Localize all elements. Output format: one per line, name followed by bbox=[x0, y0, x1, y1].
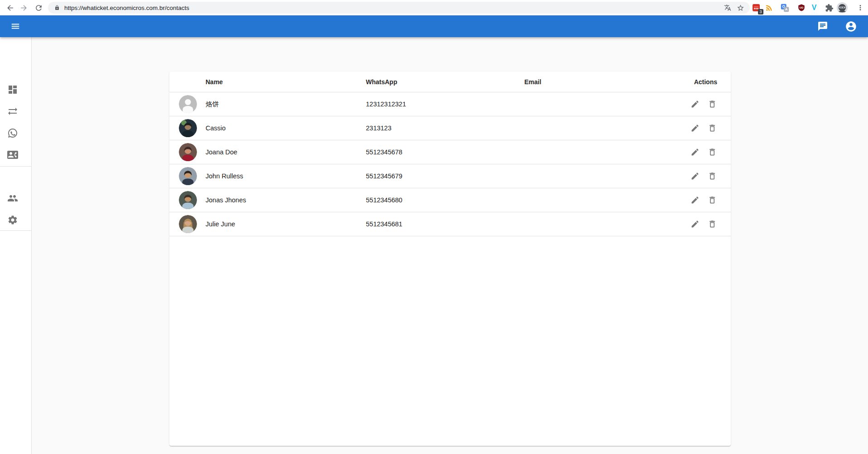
main-content: Contacts IMPORT CONTACTS ADD CONTACT Nam… bbox=[32, 37, 868, 454]
address-bar[interactable]: https://whaticket.economicros.com.br/con… bbox=[48, 2, 750, 14]
svg-text:UO: UO bbox=[800, 6, 804, 9]
sidebar-item-users[interactable] bbox=[7, 192, 19, 204]
translate-page-icon[interactable] bbox=[724, 4, 731, 11]
whatsapp-icon bbox=[7, 128, 18, 139]
contact-name: Joana Doe bbox=[206, 148, 366, 156]
table-row: John Rulless 5512345679 bbox=[169, 164, 731, 188]
forward-arrow-icon bbox=[19, 4, 28, 12]
url-text: https://whaticket.economicros.com.br/con… bbox=[64, 5, 724, 11]
contact-avatar bbox=[179, 191, 197, 209]
header-email: Email bbox=[524, 78, 667, 86]
delete-contact-button[interactable] bbox=[707, 123, 717, 133]
edit-contact-button[interactable] bbox=[690, 147, 700, 157]
contact-avatar bbox=[179, 95, 197, 113]
table-row: Julie June 5512345681 bbox=[169, 212, 731, 236]
delete-trash-icon bbox=[708, 100, 717, 109]
delete-trash-icon bbox=[708, 196, 717, 205]
chat-bubble-icon bbox=[817, 21, 828, 32]
edit-pencil-icon bbox=[691, 100, 700, 109]
sidebar-divider-bottom bbox=[0, 230, 32, 231]
sidebar-item-dashboard[interactable] bbox=[7, 84, 19, 96]
delete-contact-button[interactable] bbox=[707, 99, 717, 109]
contact-name: Cassio bbox=[206, 124, 366, 132]
contact-avatar bbox=[179, 215, 197, 233]
edit-pencil-icon bbox=[691, 148, 700, 157]
contact-whatsapp: 2313123 bbox=[366, 124, 524, 132]
contact-name: 烙饼 bbox=[206, 100, 366, 109]
extension-badge: 3 bbox=[758, 9, 763, 14]
delete-trash-icon bbox=[708, 220, 717, 229]
sidebar-divider bbox=[0, 166, 32, 167]
contacts-table-body: 烙饼 12312312321 Cassio 2313123 Joana Do bbox=[169, 92, 731, 236]
contacts-card: Name WhatsApp Email Actions 烙饼 123123123… bbox=[169, 72, 731, 446]
header-actions: Actions bbox=[667, 78, 731, 86]
edit-contact-button[interactable] bbox=[690, 195, 700, 205]
contact-whatsapp: 5512345678 bbox=[366, 148, 524, 156]
edit-pencil-icon bbox=[691, 172, 700, 181]
browser-profile-avatar[interactable] bbox=[837, 2, 848, 13]
back-arrow-icon bbox=[6, 4, 14, 12]
hamburger-menu-icon bbox=[10, 21, 20, 31]
people-icon bbox=[7, 193, 18, 204]
edit-pencil-icon bbox=[691, 196, 700, 205]
edit-contact-button[interactable] bbox=[690, 123, 700, 133]
contact-whatsapp: 5512345679 bbox=[366, 172, 524, 180]
menu-toggle-button[interactable] bbox=[5, 15, 26, 37]
browser-menu-button[interactable] bbox=[855, 2, 866, 13]
table-header-row: Name WhatsApp Email Actions bbox=[169, 72, 731, 92]
svg-text:V: V bbox=[812, 4, 817, 11]
delete-trash-icon bbox=[708, 148, 717, 157]
contact-whatsapp: 12312312321 bbox=[366, 100, 524, 108]
header-name: Name bbox=[206, 78, 366, 86]
browser-refresh-button[interactable] bbox=[33, 2, 44, 13]
svg-text:A: A bbox=[785, 7, 787, 11]
delete-contact-button[interactable] bbox=[707, 171, 717, 181]
ublock-extension-icon[interactable]: UO bbox=[796, 2, 807, 13]
contact-avatar bbox=[179, 167, 197, 185]
extension-notifier-icon[interactable]: 3 bbox=[751, 2, 762, 13]
vimeo-extension-icon[interactable]: V bbox=[809, 2, 820, 13]
https-lock-icon bbox=[54, 5, 60, 10]
header-whatsapp: WhatsApp bbox=[366, 78, 524, 86]
contact-phone-icon bbox=[7, 149, 18, 160]
edit-contact-button[interactable] bbox=[690, 219, 700, 229]
sidebar-item-connections[interactable] bbox=[7, 105, 19, 117]
sidebar-item-tickets[interactable] bbox=[7, 127, 19, 139]
sidebar-item-contacts[interactable] bbox=[7, 149, 19, 161]
sync-alt-icon bbox=[7, 106, 18, 117]
delete-contact-button[interactable] bbox=[707, 147, 717, 157]
delete-contact-button[interactable] bbox=[707, 219, 717, 229]
table-row: Jonas Jhones 5512345680 bbox=[169, 188, 731, 212]
gear-icon bbox=[7, 215, 18, 225]
contact-avatar bbox=[179, 119, 197, 137]
app-bar bbox=[0, 15, 868, 37]
browser-toolbar: https://whaticket.economicros.com.br/con… bbox=[0, 0, 868, 15]
browser-back-button[interactable] bbox=[5, 2, 15, 13]
dashboard-icon bbox=[7, 84, 18, 95]
delete-trash-icon bbox=[708, 124, 717, 133]
edit-contact-button[interactable] bbox=[690, 171, 700, 181]
refresh-icon bbox=[34, 4, 43, 12]
rss-extension-icon[interactable] bbox=[763, 2, 774, 13]
bookmark-star-icon[interactable] bbox=[737, 4, 744, 12]
account-circle-icon bbox=[845, 20, 857, 33]
edit-contact-button[interactable] bbox=[690, 99, 700, 109]
announcements-button[interactable] bbox=[812, 15, 834, 37]
contact-name: Julie June bbox=[206, 220, 366, 228]
sidebar-item-settings[interactable] bbox=[7, 214, 19, 226]
google-translate-extension-icon[interactable]: A bbox=[779, 2, 790, 13]
delete-trash-icon bbox=[708, 172, 717, 181]
delete-contact-button[interactable] bbox=[707, 195, 717, 205]
table-row: Joana Doe 5512345678 bbox=[169, 140, 731, 164]
contact-name: Jonas Jhones bbox=[206, 196, 366, 204]
account-menu-button[interactable] bbox=[840, 15, 862, 37]
contact-name: John Rulless bbox=[206, 172, 366, 180]
contact-whatsapp: 5512345681 bbox=[366, 220, 524, 228]
contact-whatsapp: 5512345680 bbox=[366, 196, 524, 204]
sidebar bbox=[0, 37, 32, 454]
table-row: 烙饼 12312312321 bbox=[169, 92, 731, 116]
edit-pencil-icon bbox=[691, 124, 700, 133]
extensions-puzzle-icon[interactable] bbox=[824, 2, 834, 13]
table-row: Cassio 2313123 bbox=[169, 116, 731, 140]
browser-forward-button[interactable] bbox=[18, 2, 29, 13]
